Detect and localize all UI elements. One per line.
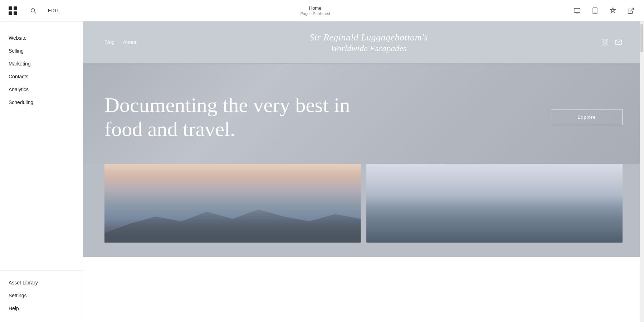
svg-line-11 (630, 8, 633, 11)
site-title-line1: Sir Reginald Luggagebottom's (309, 31, 428, 44)
explore-button[interactable]: Explore (551, 109, 623, 125)
svg-line-5 (34, 11, 36, 13)
desktop-view-button[interactable] (571, 5, 583, 17)
svg-rect-6 (574, 8, 580, 13)
scrollbar-thumb[interactable] (640, 24, 643, 52)
page-status: Page · Published (301, 11, 330, 16)
image-card-left (104, 164, 361, 243)
site-nav-blog[interactable]: Blog (104, 39, 114, 45)
tablet-view-button[interactable] (589, 5, 601, 17)
hero-headline: Documenting the very best in food and tr… (104, 93, 355, 141)
svg-point-4 (31, 8, 35, 12)
sidebar-item-selling[interactable]: Selling (0, 44, 83, 57)
svg-rect-0 (9, 6, 12, 10)
topbar-center: Home Page · Published (301, 5, 330, 16)
topbar-left: EDIT (7, 5, 59, 17)
sidebar-item-contacts[interactable]: Contacts (0, 70, 83, 83)
site-title-line2: Worldwide Escapades (309, 44, 428, 53)
sidebar-item-help[interactable]: Help (0, 302, 83, 315)
search-button[interactable] (27, 5, 39, 17)
sidebar-item-settings[interactable]: Settings (0, 289, 83, 302)
site-header-icons (601, 38, 623, 46)
scrollbar[interactable] (640, 21, 644, 322)
svg-rect-1 (14, 6, 17, 10)
svg-rect-2 (9, 11, 12, 15)
image-card-right (366, 164, 623, 243)
styles-button[interactable] (607, 5, 619, 17)
site-title-block: Sir Reginald Luggagebottom's Worldwide E… (309, 31, 428, 53)
content-area: Blog About Sir Reginald Luggagebottom's … (83, 21, 644, 322)
instagram-icon[interactable] (601, 38, 609, 46)
mountain-image-left (104, 164, 361, 243)
sidebar: Website Selling Marketing Contacts Analy… (0, 21, 83, 322)
topbar: EDIT Home Page · Published (0, 0, 644, 21)
svg-rect-12 (602, 39, 608, 45)
svg-point-10 (595, 13, 595, 13)
svg-rect-3 (14, 11, 17, 15)
site-nav: Blog About (104, 39, 136, 45)
main-layout: Website Selling Marketing Contacts Analy… (0, 21, 644, 322)
sidebar-bottom: Asset Library Settings Help (0, 270, 83, 315)
sidebar-item-asset-library[interactable]: Asset Library (0, 276, 83, 289)
site-nav-about[interactable]: About (123, 39, 136, 45)
site-header: Blog About Sir Reginald Luggagebottom's … (83, 21, 644, 64)
sidebar-nav: Website Selling Marketing Contacts Analy… (0, 29, 83, 270)
mountain-image-right (366, 164, 623, 243)
site-hero: Documenting the very best in food and tr… (83, 64, 644, 164)
hero-cta: Explore (551, 109, 623, 125)
site-image-grid (83, 164, 644, 257)
svg-point-13 (604, 41, 606, 44)
external-link-button[interactable] (625, 5, 637, 17)
edit-label[interactable]: EDIT (48, 8, 59, 13)
preview-frame: Blog About Sir Reginald Luggagebottom's … (83, 21, 644, 322)
email-icon[interactable] (615, 38, 623, 46)
sidebar-item-scheduling[interactable]: Scheduling (0, 96, 83, 109)
sidebar-item-marketing[interactable]: Marketing (0, 57, 83, 70)
sidebar-item-website[interactable]: Website (0, 31, 83, 44)
topbar-right (571, 5, 637, 17)
hero-text: Documenting the very best in food and tr… (104, 93, 355, 141)
page-name: Home (301, 5, 330, 11)
squarespace-logo[interactable] (7, 5, 19, 16)
svg-point-14 (606, 40, 607, 41)
sidebar-item-analytics[interactable]: Analytics (0, 83, 83, 96)
